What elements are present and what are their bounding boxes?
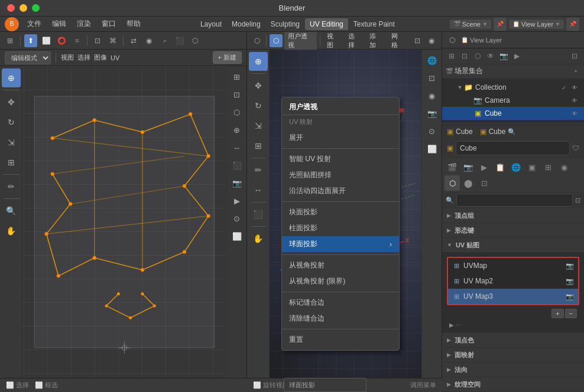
ctx-cube-proj[interactable]: 块面投影 [282, 204, 399, 220]
vp-snap-btn[interactable]: ⊡ [411, 34, 423, 47]
scene-type-btn[interactable]: ⬡ [446, 34, 459, 47]
filter-options-btn[interactable]: ⊡ [569, 50, 580, 62]
uv-nav6[interactable]: ⬛ [229, 157, 245, 174]
menu-file[interactable]: 文件 [22, 17, 46, 31]
uv-maps-header[interactable]: ▼ UV 贴图 [442, 238, 584, 252]
normals-header[interactable]: ▶ 法向 [442, 362, 584, 377]
uv-options-btn[interactable]: ⌘ [106, 34, 119, 47]
tree-camera[interactable]: 📷 Camera 👁 [442, 94, 584, 107]
tree-collection[interactable]: ▼ 📁 Collection ✓ 👁 [442, 81, 584, 94]
close-button[interactable] [7, 4, 15, 12]
uv-transform-btn[interactable]: ⊞ [2, 153, 21, 172]
props-nav-material[interactable]: ⬤ [460, 175, 476, 191]
uvmap-item-1[interactable]: ⊞ UVMap 📷 [448, 258, 578, 273]
ctx-project-view-bounds[interactable]: 从视角投射 (限界) [282, 273, 399, 289]
ctx-mark-seam[interactable]: 标记缝合边 [282, 295, 399, 311]
uv-move-btn[interactable]: ✥ [2, 93, 21, 112]
vp-select-menu[interactable]: 选择 [345, 32, 364, 51]
box-select-btn[interactable]: ⬜ [40, 34, 53, 47]
vertex-group-header[interactable]: ▶ 顶点组 [442, 208, 584, 223]
uv-grab-btn[interactable]: ✋ [2, 221, 21, 240]
uv-vert-btn[interactable]: ◉ [142, 34, 155, 47]
filter-btn5[interactable]: 📷 [498, 50, 510, 62]
uv-face-btn[interactable]: ⬛ [173, 34, 186, 47]
uv-view-menu[interactable]: 视图 [61, 53, 74, 62]
ctx-sphere-proj[interactable]: 球面投影 › [282, 236, 399, 252]
vp-rt3[interactable]: ◉ [424, 87, 440, 104]
uv-nav9[interactable]: ⊙ [229, 210, 245, 227]
view-layer-pin-btn[interactable]: 📌 [566, 18, 579, 31]
uv-nav4[interactable]: ⊕ [229, 122, 245, 138]
ts-header[interactable]: ▶ 纹理空间 [442, 377, 584, 391]
uv-nav10[interactable]: ⬜ [229, 228, 245, 244]
vc-header[interactable]: ▶ 顶点色 [442, 333, 584, 347]
tab-layout[interactable]: Layout [196, 18, 226, 30]
vp-rt2[interactable]: ⊡ [424, 70, 440, 86]
ctx-smart-uv[interactable]: 智能 UV 投射 [282, 151, 399, 167]
tab-texture-paint[interactable]: Texture Paint [349, 18, 400, 30]
uv-cursor-btn[interactable]: ⊕ [2, 68, 21, 87]
menu-edit[interactable]: 编辑 [47, 17, 71, 31]
vp-add-btn[interactable]: ⬛ [249, 205, 268, 224]
filter-btn2[interactable]: ⊡ [459, 50, 471, 62]
uvmap-remove-btn[interactable]: − [565, 309, 577, 318]
uv-island-btn[interactable]: ⬡ [189, 34, 202, 47]
uv-snap-btn[interactable]: ⊡ [91, 34, 104, 47]
uv-editor-icon[interactable]: ⊞ [4, 34, 17, 47]
props-nav-particles[interactable]: ◉ [556, 159, 572, 175]
ctx-unfold[interactable]: 展开 [282, 130, 399, 146]
uvmap-cam-3[interactable]: 📷 [565, 292, 575, 301]
uv-uv-menu[interactable]: UV [111, 54, 119, 61]
props-filter-btn[interactable]: ⊡ [575, 197, 580, 204]
uv-scale-btn[interactable]: ⇲ [2, 133, 21, 152]
select-tool-btn[interactable]: ⬆ [24, 34, 37, 47]
props-search-input[interactable] [456, 194, 573, 207]
vp-prop-edit-btn[interactable]: ◉ [426, 34, 438, 47]
collection-check[interactable]: ✓ [559, 83, 569, 92]
tab-uv-editing[interactable]: UV Editing [305, 18, 348, 30]
uv-annotate-btn[interactable]: ✏ [2, 177, 21, 196]
minimize-button[interactable] [20, 4, 27, 12]
lasso-select-btn[interactable]: ⌗ [70, 34, 83, 47]
uv-select-menu[interactable]: 选择 [77, 53, 90, 62]
maximize-button[interactable] [32, 4, 40, 12]
vp-rotate-btn[interactable]: ↻ [249, 96, 268, 115]
vp-cursor-btn[interactable]: ⊕ [249, 52, 268, 71]
vp-editor-type[interactable]: ⬡ [251, 34, 263, 47]
uvmap-item-2[interactable]: ⊞ UV Map2 📷 [448, 273, 578, 289]
vp-add-menu[interactable]: 添加 [366, 32, 385, 51]
new-image-btn[interactable]: + 新建 [213, 51, 242, 64]
props-nav-output[interactable]: ▶ [476, 159, 492, 175]
uvmap-cam-1[interactable]: 📷 [565, 261, 575, 270]
menu-window[interactable]: 窗口 [97, 17, 121, 31]
uv-nav2[interactable]: ⊡ [229, 86, 245, 103]
props-nav-object[interactable]: ▣ [524, 159, 540, 175]
ctx-clear-seam[interactable]: 清除缝合边 [282, 311, 399, 326]
vp-annotate-btn[interactable]: ✏ [249, 161, 268, 179]
uv-nav3[interactable]: ⬡ [229, 104, 245, 120]
props-nav-scene[interactable]: 🎬 [445, 159, 460, 175]
tab-sculpting[interactable]: Sculpting [266, 18, 304, 30]
ctx-follow-active[interactable]: 沿活动四边面展开 [282, 183, 399, 199]
collection-eye[interactable]: 👁 [570, 83, 579, 92]
ctx-cylinder-proj[interactable]: 柱面投影 [282, 220, 399, 236]
camera-eye[interactable]: 👁 [570, 96, 579, 105]
filter-btn6[interactable]: ▶ [511, 50, 523, 62]
ctx-lightmap[interactable]: 光照贴图拼排 [282, 167, 399, 183]
props-nav-render[interactable]: 📷 [460, 159, 476, 175]
fm-header[interactable]: ▶ 面映射 [442, 348, 584, 362]
vp-rt1[interactable]: 🌐 [424, 52, 440, 68]
uv-nav7[interactable]: 📷 [229, 175, 245, 191]
menu-help[interactable]: 帮助 [122, 17, 145, 31]
vp-mesh-menu[interactable]: 网格 [388, 32, 407, 51]
obj-search-btn[interactable]: 🔍 [508, 128, 516, 136]
props-nav-world[interactable]: 🌐 [508, 159, 524, 175]
menu-render[interactable]: 渲染 [72, 17, 96, 31]
cube-eye-btn[interactable]: 👁 [570, 109, 579, 118]
circle-select-btn[interactable]: ⭕ [55, 34, 68, 47]
props-nav-view-layer[interactable]: 📋 [492, 159, 508, 175]
vp-rt5[interactable]: ⊙ [424, 123, 440, 139]
uv-mode-select[interactable]: 编辑模式 [5, 51, 51, 64]
shape-keys-header[interactable]: ▶ 形态键 [442, 223, 584, 237]
ctx-project-view[interactable]: 从视角投射 [282, 257, 399, 273]
